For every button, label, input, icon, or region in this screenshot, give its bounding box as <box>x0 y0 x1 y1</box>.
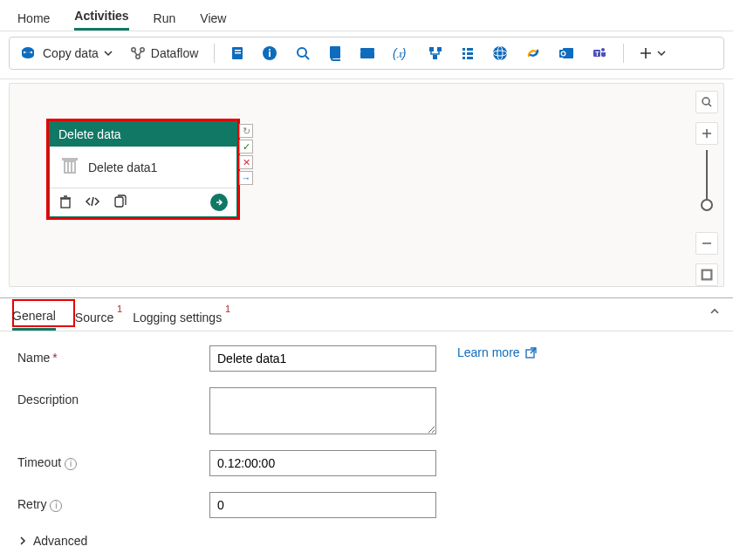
fit-screen-button[interactable] <box>695 263 718 286</box>
svg-rect-36 <box>65 162 67 172</box>
tab-general[interactable]: General <box>12 304 56 331</box>
svg-rect-23 <box>467 52 473 55</box>
chevron-down-icon <box>104 49 113 58</box>
svg-rect-43 <box>702 270 712 280</box>
copy-data-button[interactable]: Copy data <box>17 43 118 64</box>
name-label: Name <box>17 351 50 365</box>
dataflow-button[interactable]: Dataflow <box>125 43 203 64</box>
teams-icon[interactable]: T <box>586 42 613 65</box>
pipeline-canvas[interactable]: Delete data Delete data1 ↻ ✓ ✕ → <box>9 83 724 287</box>
svg-rect-18 <box>433 55 437 59</box>
svg-rect-29 <box>559 50 567 58</box>
svg-rect-40 <box>115 197 123 207</box>
menu-tabs: Home Activities Run View <box>0 0 733 31</box>
copy-data-label: Copy data <box>43 46 99 60</box>
zoom-out-button[interactable] <box>695 232 718 255</box>
run-activity-button[interactable] <box>210 194 228 211</box>
svg-rect-14 <box>360 48 374 51</box>
svg-rect-13 <box>360 51 374 58</box>
svg-rect-20 <box>462 52 465 55</box>
svg-rect-21 <box>462 57 465 59</box>
svg-text:(𝑥): (𝑥) <box>393 46 406 60</box>
svg-rect-22 <box>467 48 473 51</box>
dataflow-label: Dataflow <box>151 46 198 60</box>
tab-run[interactable]: Run <box>154 4 176 31</box>
advanced-toggle[interactable]: Advanced <box>17 534 716 548</box>
variable-icon[interactable]: (𝑥) <box>387 43 415 64</box>
timeout-input[interactable] <box>209 450 436 476</box>
svg-rect-37 <box>69 162 71 172</box>
svg-rect-7 <box>235 52 241 54</box>
name-input[interactable] <box>209 345 436 372</box>
description-label: Description <box>17 393 79 406</box>
svg-rect-39 <box>61 199 70 208</box>
activity-connectors: ↻ ✓ ✕ → <box>239 124 253 185</box>
trash-icon <box>60 155 79 179</box>
tab-home[interactable]: Home <box>17 4 50 31</box>
svg-point-10 <box>269 49 271 51</box>
code-icon[interactable] <box>85 195 100 210</box>
outlook-icon[interactable] <box>553 43 579 64</box>
info-icon[interactable]: i <box>50 500 62 512</box>
delete-icon[interactable] <box>58 195 72 211</box>
chevron-down-icon <box>657 49 666 58</box>
zoom-in-button[interactable] <box>695 122 718 145</box>
add-button[interactable] <box>634 44 671 63</box>
svg-rect-6 <box>235 50 241 51</box>
notebook-icon[interactable] <box>225 43 250 64</box>
tab-logging[interactable]: Logging settings1 <box>133 305 222 330</box>
svg-rect-19 <box>462 48 465 51</box>
script-icon[interactable] <box>323 42 347 65</box>
svg-rect-35 <box>62 158 78 160</box>
svg-point-3 <box>140 48 144 51</box>
tab-activities[interactable]: Activities <box>74 2 128 31</box>
activity-card[interactable]: Delete data Delete data1 ↻ ✓ ✕ → <box>46 119 240 220</box>
chevron-right-icon <box>17 536 28 546</box>
svg-point-33 <box>601 48 605 51</box>
svg-point-1 <box>23 52 33 58</box>
connector-loop-icon[interactable]: ↻ <box>239 124 253 138</box>
svg-rect-38 <box>72 162 74 172</box>
tab-view[interactable]: View <box>200 4 226 31</box>
connector-success-icon[interactable]: ✓ <box>239 140 253 154</box>
external-link-icon <box>525 347 537 359</box>
web-icon[interactable] <box>487 42 513 65</box>
svg-point-25 <box>493 46 507 60</box>
learn-more-link[interactable]: Learn more <box>457 345 537 359</box>
svg-point-4 <box>136 55 140 58</box>
zoom-slider[interactable] <box>706 150 708 206</box>
tab-source[interactable]: Source1 <box>75 305 113 330</box>
canvas-search-icon[interactable] <box>695 91 718 113</box>
copy-icon[interactable] <box>113 195 127 211</box>
svg-text:T: T <box>595 50 599 58</box>
svg-point-11 <box>298 48 306 57</box>
collapse-panel-button[interactable] <box>709 305 721 320</box>
stored-proc-icon[interactable] <box>354 43 380 64</box>
svg-rect-9 <box>269 51 271 57</box>
svg-rect-24 <box>467 57 473 59</box>
ribbon-toolbar: Copy data Dataflow (𝑥) T <box>9 37 724 70</box>
list-icon[interactable] <box>456 43 480 64</box>
connector-fail-icon[interactable]: ✕ <box>239 155 253 169</box>
timeout-label: Timeout <box>17 455 61 469</box>
properties-panel: General Source1 Logging settings1 Name* … <box>0 297 733 560</box>
svg-point-2 <box>132 48 135 51</box>
retry-label: Retry <box>17 497 46 511</box>
info-icon[interactable]: i <box>65 458 77 470</box>
svg-rect-16 <box>429 47 434 51</box>
svg-point-0 <box>23 47 33 52</box>
description-input[interactable] <box>209 387 436 434</box>
search-icon[interactable] <box>290 42 316 65</box>
connector-skip-icon[interactable]: → <box>239 171 253 185</box>
activity-type-label: Delete data <box>50 122 236 147</box>
tab-badge: 1 <box>117 304 122 314</box>
retry-input[interactable] <box>209 492 436 518</box>
info-icon[interactable] <box>257 42 283 65</box>
webhook-icon[interactable] <box>520 42 546 65</box>
svg-point-41 <box>702 98 709 105</box>
svg-rect-42 <box>702 270 711 279</box>
pipeline-icon[interactable] <box>422 42 449 65</box>
tab-badge: 1 <box>225 304 230 314</box>
activity-name: Delete data1 <box>88 160 157 174</box>
svg-rect-17 <box>437 47 442 51</box>
